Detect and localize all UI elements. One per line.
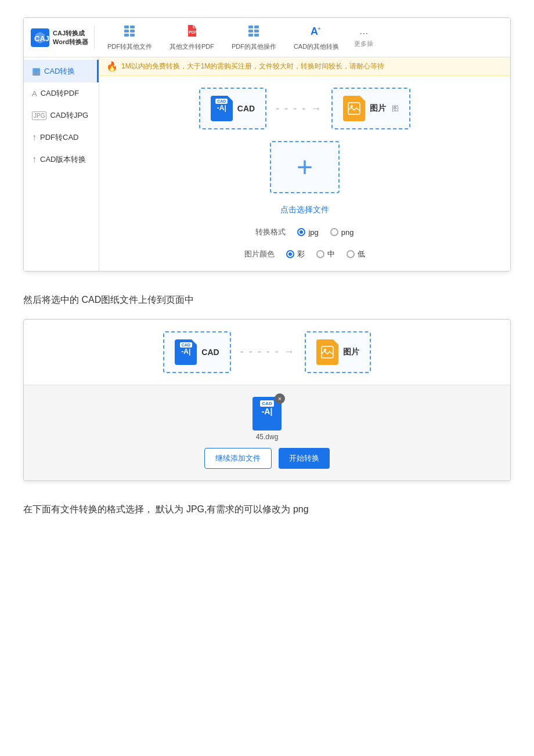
cad-pdf-icon: A bbox=[32, 89, 37, 98]
svg-rect-12 bbox=[254, 26, 259, 28]
radio-black-dot bbox=[347, 250, 355, 258]
pdf-icon: PDF bbox=[185, 24, 199, 41]
source-file-box: CAD -A| CAD bbox=[199, 88, 266, 129]
upload-top: CAD -A| CAD - - - - - → 图片 bbox=[24, 320, 510, 385]
toolbar-label-pdf-ops: PDF的其他操作 bbox=[232, 42, 276, 51]
svg-rect-10 bbox=[248, 30, 253, 32]
toolbar-item-other-to-pdf[interactable]: PDF 其他文件转PDF bbox=[161, 21, 222, 53]
file-item: CAD -A| × 45.dwg bbox=[252, 397, 282, 441]
radio-black-label: 低 bbox=[358, 249, 365, 259]
toolbar-item-more[interactable]: ··· 更多操 bbox=[348, 25, 379, 50]
upload-cad-badge: CAD bbox=[180, 342, 192, 348]
toolbar-items: PDF转其他文件 PDF 其他文件转PDF PDF的其他操作 A+ bbox=[99, 21, 506, 53]
gear-icon-1 bbox=[122, 24, 136, 41]
upload-img-icon bbox=[316, 339, 338, 365]
instruction-text-2: 在下面有文件转换的格式选择， 默认为 JPG,有需求的可以修改为 png bbox=[23, 502, 511, 517]
svg-rect-2 bbox=[124, 26, 129, 28]
file-item-text: -A| bbox=[262, 407, 273, 416]
radio-png-dot bbox=[330, 228, 338, 236]
radio-white-dot bbox=[316, 250, 324, 258]
color-row: 图片颜色 彩 中 低 bbox=[244, 249, 365, 259]
cad-icon: A+ bbox=[309, 24, 323, 41]
format-label: 转换格式 bbox=[255, 227, 286, 237]
app-screenshot-top: CAJ CAJ转换成 Word转换器 PDF转其他文件 PDF 其他文件转PDF bbox=[23, 17, 511, 272]
logo-icon: CAJ bbox=[31, 28, 49, 47]
notice-text: 1M以内的免费转换，大于1M的需购买注册，文件较大时，转换时间较长，请耐心等待 bbox=[121, 62, 384, 71]
grid-icon: ▦ bbox=[32, 66, 41, 77]
upload-arrow: - - - - - → bbox=[240, 346, 295, 358]
radio-png[interactable]: png bbox=[330, 228, 354, 237]
pdf-cad-icon: ↑ bbox=[32, 132, 37, 143]
target-label: 图片 bbox=[370, 103, 386, 114]
svg-rect-4 bbox=[124, 34, 129, 37]
sidebar-label-cad-to-jpg: CAD转JPG bbox=[50, 110, 88, 121]
instruction-text-1: 然后将选中的 CAD图纸文件上传到页面中 bbox=[23, 292, 511, 308]
sidebar: ▦ CAD转换 A CAD转PDF JPG CAD转JPG ↑ PDF转CAD … bbox=[24, 57, 99, 271]
upload-source-label: CAD bbox=[201, 348, 219, 357]
click-hint[interactable]: 点击选择文件 bbox=[280, 205, 329, 215]
sidebar-label-cad-version: CAD版本转换 bbox=[40, 154, 86, 165]
jpg-icon: JPG bbox=[32, 111, 46, 120]
svg-rect-3 bbox=[124, 30, 129, 32]
more-icon: ··· bbox=[359, 27, 368, 39]
version-icon: ↑ bbox=[32, 154, 37, 165]
svg-text:CAJ: CAJ bbox=[34, 34, 49, 43]
svg-rect-11 bbox=[248, 34, 253, 37]
toolbar-item-pdf-to-other[interactable]: PDF转其他文件 bbox=[99, 21, 160, 53]
img-target-icon bbox=[343, 96, 365, 121]
radio-jpg[interactable]: jpg bbox=[297, 228, 318, 237]
sidebar-item-pdf-to-cad[interactable]: ↑ PDF转CAD bbox=[24, 126, 99, 149]
toolbar-item-pdf-ops[interactable]: PDF的其他操作 bbox=[223, 21, 284, 53]
toolbar-label-other-to-pdf: 其他文件转PDF bbox=[169, 42, 214, 51]
radio-jpg-label: jpg bbox=[308, 228, 318, 237]
color-label: 图片颜色 bbox=[244, 249, 275, 259]
upload-bottom: CAD -A| × 45.dwg 继续添加文件 开始转换 bbox=[24, 385, 510, 480]
plus-icon: + bbox=[297, 153, 313, 181]
svg-text:+: + bbox=[317, 26, 321, 32]
content-area: 🔥 1M以内的免费转换，大于1M的需购买注册，文件较大时，转换时间较长，请耐心等… bbox=[99, 57, 510, 271]
svg-text:PDF: PDF bbox=[189, 30, 197, 34]
file-name: 45.dwg bbox=[256, 433, 279, 441]
arrow-icon: - - - - → bbox=[276, 103, 322, 115]
target-sub: 图 bbox=[392, 104, 399, 114]
conv-flow: CAD -A| CAD - - - - → 图片 图 bbox=[199, 88, 410, 129]
upload-screenshot: CAD -A| CAD - - - - - → 图片 CAD -A| × 45.… bbox=[23, 319, 511, 481]
notice-icon: 🔥 bbox=[106, 61, 118, 72]
sidebar-item-cad-convert[interactable]: ▦ CAD转换 bbox=[24, 60, 99, 82]
source-label: CAD bbox=[237, 104, 255, 113]
app-body: ▦ CAD转换 A CAD转PDF JPG CAD转JPG ↑ PDF转CAD … bbox=[24, 57, 510, 271]
add-more-button[interactable]: 继续添加文件 bbox=[204, 448, 272, 469]
svg-rect-6 bbox=[130, 30, 135, 32]
upload-cad-text: -A| bbox=[181, 348, 190, 356]
action-buttons: 继续添加文件 开始转换 bbox=[204, 448, 330, 469]
sidebar-item-cad-to-pdf[interactable]: A CAD转PDF bbox=[24, 82, 99, 104]
sidebar-item-cad-version[interactable]: ↑ CAD版本转换 bbox=[24, 149, 99, 171]
sidebar-label-cad-convert: CAD转换 bbox=[44, 66, 75, 77]
app-logo: CAJ CAJ转换成 Word转换器 bbox=[28, 26, 95, 49]
radio-black[interactable]: 低 bbox=[347, 249, 365, 259]
radio-color-dot bbox=[286, 250, 294, 258]
logo-text: CAJ转换成 Word转换器 bbox=[53, 29, 88, 46]
toolbar: CAJ CAJ转换成 Word转换器 PDF转其他文件 PDF 其他文件转PDF bbox=[24, 18, 510, 57]
sidebar-item-cad-to-jpg[interactable]: JPG CAD转JPG bbox=[24, 104, 99, 126]
upload-target-box: 图片 bbox=[305, 331, 371, 373]
upload-target-label: 图片 bbox=[343, 347, 359, 357]
conversion-area: CAD -A| CAD - - - - → 图片 图 bbox=[99, 76, 510, 271]
cad-badge: CAD bbox=[215, 99, 228, 104]
toolbar-label-pdf-to-other: PDF转其他文件 bbox=[107, 42, 152, 51]
upload-source-box: CAD -A| CAD bbox=[163, 331, 230, 373]
svg-rect-9 bbox=[248, 26, 253, 28]
svg-rect-7 bbox=[130, 34, 135, 37]
drop-zone[interactable]: + bbox=[270, 141, 340, 193]
toolbar-item-cad-ops[interactable]: A+ CAD的其他转换 bbox=[286, 21, 347, 53]
format-row: 转换格式 jpg png bbox=[255, 227, 353, 237]
radio-white[interactable]: 中 bbox=[316, 249, 335, 259]
file-item-badge: CAD bbox=[260, 400, 273, 407]
radio-png-label: png bbox=[341, 228, 354, 237]
svg-rect-5 bbox=[130, 26, 135, 28]
cad-text: -A| bbox=[217, 104, 226, 112]
svg-rect-13 bbox=[254, 30, 259, 32]
start-convert-button[interactable]: 开始转换 bbox=[279, 448, 330, 469]
remove-file-button[interactable]: × bbox=[275, 393, 285, 404]
radio-color[interactable]: 彩 bbox=[286, 249, 305, 259]
